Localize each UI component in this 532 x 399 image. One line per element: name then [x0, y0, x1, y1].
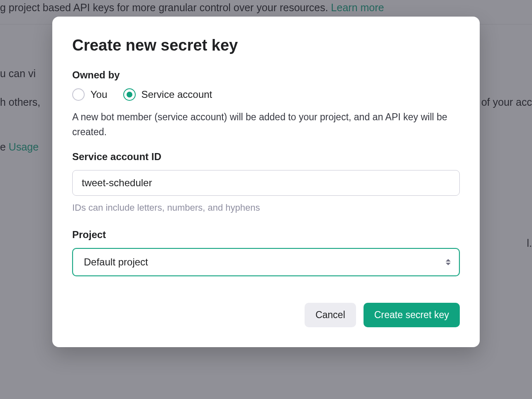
service-account-id-label: Service account ID: [72, 151, 460, 163]
create-secret-key-button[interactable]: Create secret key: [364, 303, 460, 327]
create-secret-key-modal: Create new secret key Owned by You Servi…: [52, 17, 480, 347]
modal-overlay[interactable]: Create new secret key Owned by You Servi…: [0, 0, 532, 399]
owned-by-label: Owned by: [72, 69, 460, 81]
radio-label-you: You: [90, 89, 107, 100]
radio-icon: [72, 88, 85, 101]
owned-by-radio-group: You Service account: [72, 88, 460, 101]
radio-option-you[interactable]: You: [72, 88, 107, 101]
radio-option-service-account[interactable]: Service account: [123, 88, 212, 101]
project-select-wrap: Default project: [72, 248, 460, 276]
radio-label-service: Service account: [142, 89, 212, 100]
radio-icon-selected: [123, 88, 136, 101]
project-label: Project: [72, 229, 460, 241]
cancel-button[interactable]: Cancel: [305, 303, 356, 327]
radio-dot-icon: [127, 92, 132, 97]
project-select[interactable]: Default project: [72, 248, 460, 276]
service-account-description: A new bot member (service account) will …: [72, 110, 460, 139]
modal-title: Create new secret key: [72, 36, 460, 54]
service-account-id-input[interactable]: [72, 170, 460, 196]
service-id-helper-text: IDs can include letters, numbers, and hy…: [72, 202, 460, 213]
project-selected-value: Default project: [84, 256, 148, 268]
modal-button-row: Cancel Create secret key: [72, 303, 460, 327]
